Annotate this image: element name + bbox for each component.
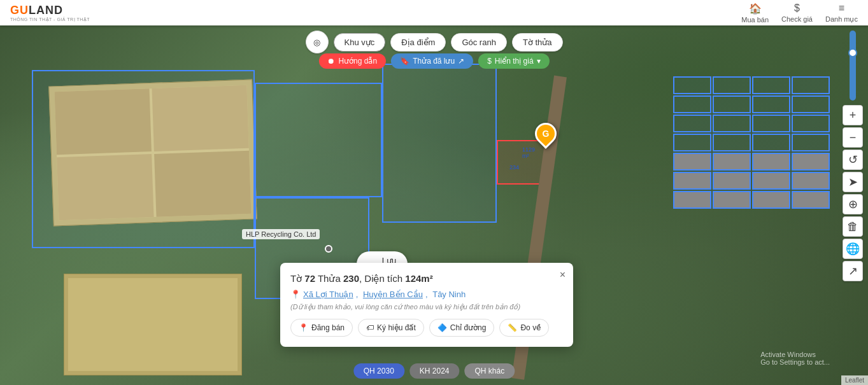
layers-button[interactable]: ⊕	[843, 194, 863, 214]
secondary-toolbar: ⏺ Hướng dẫn 🔖 Thửa đã lưu ↗ $ Hiển thị g…	[318, 53, 549, 69]
location-pin	[325, 245, 332, 253]
right-controls: + − ↺ ➤ ⊕ 🗑 🌐 ↗	[843, 31, 863, 281]
share-icon: ↗	[848, 264, 858, 278]
dang-ban-icon: 📍	[299, 323, 308, 332]
nav-mua-ban[interactable]: 🏠 Mua bán	[741, 3, 769, 24]
chi-duong-icon: 🔷	[438, 323, 447, 332]
location-icon: ◎	[313, 38, 320, 47]
thua-luu-button[interactable]: 🔖 Thửa đã lưu ↗	[391, 53, 473, 69]
dia-diem-button[interactable]: Địa điểm	[390, 33, 446, 52]
hlp-label: HLP Recycling Co. Ltd	[242, 229, 320, 239]
ky-hieu-icon: 🏷	[366, 323, 374, 332]
dollar-sign-icon: $	[487, 57, 492, 66]
popup-close-button[interactable]: ×	[560, 269, 566, 281]
minus-icon: −	[850, 131, 857, 144]
dang-ban-button[interactable]: 📍 Đăng bán	[290, 319, 353, 337]
bookmark-icon: 🔖	[400, 57, 409, 66]
popup-title: Tờ 72 Thửa 230, Diện tích 124m²	[290, 273, 563, 284]
khu-vuc-button[interactable]: Khu vực	[333, 33, 385, 52]
hien-thi-gia-button[interactable]: $ Hiển thị giá ▾	[478, 53, 549, 69]
leaflet-attribution: Leaflet	[841, 375, 868, 385]
location-button[interactable]: ◎	[305, 31, 328, 53]
goc-ranh-button[interactable]: Góc ranh	[451, 33, 506, 52]
navbar: GULAND Thông tin thật - Giá trị thật 🏠 M…	[0, 0, 868, 25]
do-ve-button[interactable]: 📏 Đo về	[499, 319, 549, 337]
refresh-button[interactable]: ↺	[843, 150, 863, 170]
logo-subtitle: Thông tin thật - Giá trị thật	[10, 17, 90, 22]
trash-button[interactable]: 🗑	[843, 216, 863, 237]
popup-actions: 📍 Đăng bán 🏷 Ký hiệu đất 🔷 Chỉ đường 📏 Đ…	[290, 319, 563, 337]
dollar-icon: $	[794, 3, 800, 14]
parcel-label-2: 234	[509, 164, 519, 171]
tab-qh2030[interactable]: QH 2030	[353, 363, 404, 379]
menu-icon: ≡	[839, 3, 844, 14]
zoom-in-button[interactable]: +	[843, 105, 863, 125]
record-icon: ⏺	[327, 57, 335, 66]
map-marker[interactable]: G	[535, 123, 557, 144]
to-thua-button[interactable]: Tờ thửa	[512, 33, 563, 52]
popup-location: 📍 Xã Lợi Thuận, Huyện Bến Cầu, Tây Ninh	[290, 290, 563, 299]
nav-danh-muc[interactable]: ≡ Danh mục	[825, 3, 858, 24]
popup-xa-link[interactable]: Xã Lợi Thuận	[303, 290, 353, 299]
location-icon: 📍	[290, 290, 301, 299]
share-button[interactable]: ↗	[843, 261, 863, 281]
tab-kh2024[interactable]: KH 2024	[409, 363, 460, 379]
ky-hieu-dat-button[interactable]: 🏷 Ký hiệu đất	[358, 319, 424, 337]
zoom-bar	[850, 31, 856, 101]
plus-icon: +	[850, 109, 857, 122]
popup-note: (Dữ liệu tham khảo, vui lòng căn cứ theo…	[290, 303, 563, 311]
nav-mua-ban-label: Mua bán	[741, 16, 769, 24]
zoom-out-button[interactable]: −	[843, 127, 863, 148]
house-icon: 🏠	[749, 3, 762, 15]
map-toolbar: ◎ Khu vực Địa điểm Góc ranh Tờ thửa	[305, 31, 562, 53]
nav-danh-muc-label: Danh mục	[825, 15, 858, 24]
popup-tinh: Tây Ninh	[432, 290, 466, 299]
logo-text: GULAND	[10, 4, 63, 17]
tab-qh-khac[interactable]: QH khác	[465, 363, 515, 379]
logo[interactable]: GULAND Thông tin thật - Giá trị thật	[10, 4, 90, 22]
parcel-label-1: 1129m²	[522, 146, 535, 159]
refresh-icon: ↺	[848, 153, 858, 167]
trash-icon: 🗑	[847, 220, 858, 234]
bottom-tabs: QH 2030 KH 2024 QH khác	[353, 363, 515, 379]
compass-icon: ➤	[848, 175, 858, 189]
compass-button[interactable]: ➤	[843, 172, 863, 192]
nav-check-gia-label: Check giá	[781, 15, 813, 23]
zoom-handle[interactable]	[848, 48, 857, 57]
chi-duong-button[interactable]: 🔷 Chỉ đường	[429, 319, 495, 337]
huong-dan-button[interactable]: ⏺ Hướng dẫn	[318, 53, 386, 69]
external-link-icon: ↗	[458, 57, 464, 66]
layers-icon: ⊕	[848, 197, 858, 211]
do-ve-icon: 📏	[508, 323, 517, 332]
chevron-down-icon: ▾	[537, 57, 541, 66]
globe-icon: 🌐	[846, 242, 860, 256]
watermark: Activate WindowsGo to Settings to act...	[760, 351, 830, 366]
nav-check-gia[interactable]: $ Check giá	[781, 3, 813, 23]
globe-button[interactable]: 🌐	[843, 239, 863, 259]
popup-card: × Tờ 72 Thửa 230, Diện tích 124m² 📍 Xã L…	[280, 263, 573, 347]
popup-huyen-link[interactable]: Huyện Bến Cầu	[363, 290, 423, 299]
